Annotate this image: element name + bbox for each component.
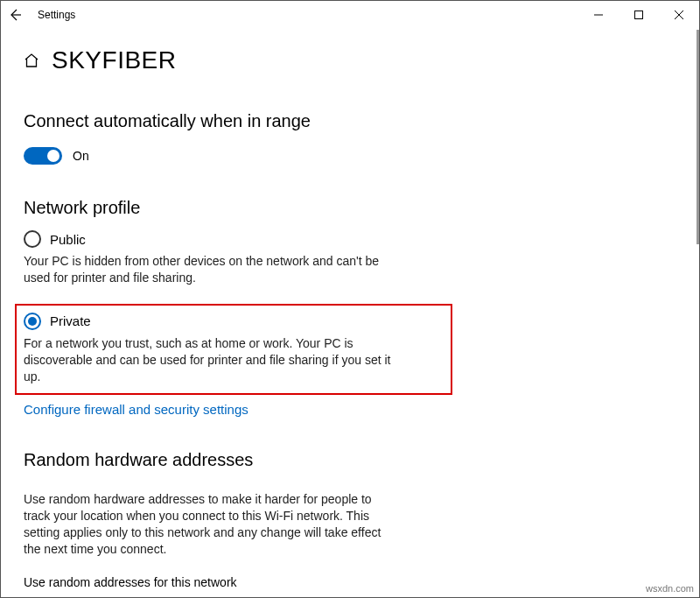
random-hw-heading: Random hardware addresses (24, 450, 676, 470)
radio-private-label: Private (50, 313, 91, 328)
radio-private[interactable]: Private (24, 313, 444, 330)
random-hw-sub-label: Use random addresses for this network (24, 575, 676, 589)
minimize-button[interactable] (578, 1, 619, 29)
public-desc: Your PC is hidden from other devices on … (24, 253, 409, 286)
home-icon[interactable] (24, 53, 39, 68)
back-button[interactable] (8, 8, 22, 22)
random-hw-desc: Use random hardware addresses to make it… (24, 491, 400, 558)
radio-public-indicator (24, 230, 41, 248)
auto-connect-heading: Connect automatically when in range (24, 111, 676, 131)
radio-private-indicator (24, 313, 41, 330)
page-header: SKYFIBER (24, 46, 676, 74)
titlebar: Settings (1, 1, 699, 29)
network-profile-heading: Network profile (24, 198, 676, 218)
titlebar-left: Settings (8, 8, 75, 22)
svg-rect-1 (635, 11, 643, 19)
firewall-link[interactable]: Configure firewall and security settings (24, 402, 248, 417)
window-title: Settings (38, 9, 75, 21)
content-area: SKYFIBER Connect automatically when in r… (1, 29, 699, 597)
auto-connect-state: On (73, 149, 89, 163)
private-desc: For a network you trust, such as at home… (24, 335, 409, 385)
window-controls (578, 1, 699, 29)
watermark: wsxdn.com (646, 583, 694, 594)
close-button[interactable] (659, 1, 699, 29)
radio-public-label: Public (50, 232, 86, 247)
page-title: SKYFIBER (52, 46, 176, 74)
auto-connect-toggle-row: On (24, 147, 676, 165)
radio-public[interactable]: Public (24, 230, 676, 248)
maximize-button[interactable] (619, 1, 659, 29)
auto-connect-toggle[interactable] (24, 147, 62, 165)
private-highlight: Private For a network you trust, such as… (15, 304, 452, 396)
